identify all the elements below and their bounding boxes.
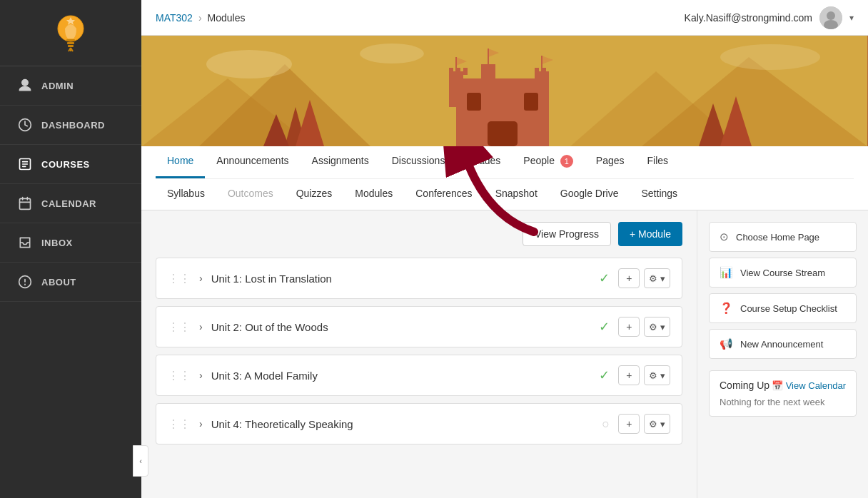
checklist-icon: ❓	[720, 302, 733, 315]
tab-conferences[interactable]: Conferences	[404, 179, 483, 210]
tab-google-drive[interactable]: Google Drive	[549, 179, 630, 210]
module-gear-button[interactable]: ⚙ ▾	[644, 365, 670, 385]
module-title: Unit 1: Lost in Translation	[211, 273, 591, 285]
expand-arrow-icon[interactable]: ›	[199, 321, 203, 332]
table-row: ⋮⋮ › Unit 4: Theoretically Speaking ○ + …	[156, 403, 682, 444]
module-add-button[interactable]: +	[618, 317, 640, 337]
coming-up-section: Coming Up 📅 View Calendar Nothing for th…	[709, 370, 857, 417]
view-calendar-link[interactable]: 📅 View Calendar	[772, 380, 846, 391]
tab-quizzes[interactable]: Quizzes	[285, 179, 344, 210]
courses-icon	[17, 156, 33, 172]
module-add-button[interactable]: +	[618, 414, 640, 434]
svg-point-13	[827, 11, 835, 20]
expand-arrow-icon[interactable]: ›	[199, 418, 203, 430]
course-setup-checklist-button[interactable]: ❓ Course Setup Checklist	[709, 293, 857, 323]
tab-snapshot[interactable]: Snapshot	[484, 179, 549, 210]
new-announcement-button[interactable]: 📢 New Announcement	[709, 329, 857, 359]
tab-grades[interactable]: Grades	[456, 146, 512, 178]
drag-handle-icon[interactable]: ⋮⋮	[168, 272, 191, 285]
svg-rect-38	[488, 121, 518, 146]
course-nav: Home Announcements Assignments Discussio…	[141, 146, 868, 210]
expand-arrow-icon[interactable]: ›	[199, 370, 203, 381]
breadcrumb: MAT302 › Modules	[156, 12, 245, 24]
module-actions: + ⚙ ▾	[618, 414, 670, 434]
module-actions: + ⚙ ▾	[618, 317, 670, 337]
people-badge: 1	[560, 155, 573, 168]
right-sidebar: ⊙ Choose Home Page 📊 View Course Stream …	[697, 210, 868, 498]
tab-files[interactable]: Files	[636, 146, 680, 178]
tab-pages[interactable]: Pages	[585, 146, 636, 178]
sidebar-item-courses-label: COURSES	[41, 159, 90, 170]
module-gear-button[interactable]: ⚙ ▾	[644, 268, 670, 288]
choose-home-page-button[interactable]: ⊙ Choose Home Page	[709, 222, 857, 252]
sidebar-item-about[interactable]: ABOUT	[0, 263, 141, 302]
sidebar-item-courses[interactable]: COURSES	[0, 145, 141, 184]
sidebar-item-dashboard[interactable]: DASHBOARD	[0, 106, 141, 145]
coming-up-title: Coming Up	[720, 380, 769, 391]
tab-outcomes[interactable]: Outcomes	[216, 179, 285, 210]
modules-section: View Progress + Module ⋮⋮ › Unit 1: Lost…	[141, 210, 697, 498]
hero-banner	[141, 36, 868, 146]
view-stream-label: View Course Stream	[740, 268, 825, 278]
sidebar-item-inbox[interactable]: INBOX	[0, 223, 141, 263]
svg-point-45	[360, 44, 424, 63]
modules-toolbar: View Progress + Module	[156, 222, 682, 246]
view-course-stream-button[interactable]: 📊 View Course Stream	[709, 258, 857, 288]
drag-handle-icon[interactable]: ⋮⋮	[168, 369, 191, 382]
app-logo	[52, 13, 89, 56]
calendar-small-icon: 📅	[772, 380, 783, 391]
module-gear-button[interactable]: ⚙ ▾	[644, 414, 670, 434]
tab-settings[interactable]: Settings	[630, 179, 690, 210]
sidebar-item-inbox-label: INBOX	[41, 238, 73, 248]
module-add-button[interactable]: +	[618, 365, 640, 385]
module-actions: + ⚙ ▾	[618, 365, 670, 385]
stream-icon: 📊	[720, 266, 733, 279]
drag-handle-icon[interactable]: ⋮⋮	[168, 320, 191, 334]
tab-discussions[interactable]: Discussions	[380, 146, 457, 178]
tab-announcements[interactable]: Announcements	[205, 146, 300, 178]
tab-people-label: People	[523, 155, 555, 166]
svg-rect-29	[463, 68, 468, 75]
add-module-button[interactable]: + Module	[618, 222, 682, 246]
tab-home[interactable]: Home	[156, 146, 205, 178]
sidebar-item-calendar[interactable]: CALENDAR	[0, 184, 141, 223]
svg-rect-39	[467, 93, 481, 111]
tab-people[interactable]: People 1	[512, 146, 584, 178]
user-menu-chevron[interactable]: ▾	[849, 13, 854, 23]
expand-arrow-icon[interactable]: ›	[199, 273, 203, 284]
module-gear-button[interactable]: ⚙ ▾	[644, 317, 670, 337]
view-progress-button[interactable]: View Progress	[523, 222, 611, 246]
module-status-icon: ✓	[599, 270, 610, 286]
module-status-icon: ✓	[599, 319, 610, 335]
svg-rect-26	[481, 64, 495, 93]
drag-handle-icon[interactable]: ⋮⋮	[168, 417, 191, 431]
announcement-icon: 📢	[720, 337, 733, 350]
sidebar: ADMIN DASHBOARD COURSES CALENDAR INBOX	[0, 0, 141, 498]
svg-point-43	[206, 50, 292, 78]
logo-area	[0, 0, 141, 66]
module-title: Unit 3: A Model Family	[211, 370, 591, 382]
sidebar-nav: ADMIN DASHBOARD COURSES CALENDAR INBOX	[0, 66, 141, 498]
svg-rect-40	[524, 93, 538, 111]
tab-syllabus[interactable]: Syllabus	[156, 179, 216, 210]
coming-up-header: Coming Up 📅 View Calendar	[720, 380, 846, 391]
svg-rect-2	[66, 39, 75, 41]
breadcrumb-course[interactable]: MAT302	[156, 12, 193, 24]
user-menu[interactable]: Kaly.Nasiff@strongmind.com ▾	[685, 6, 854, 29]
module-status-icon: ✓	[599, 367, 610, 383]
tabs-row-1: Home Announcements Assignments Discussio…	[156, 146, 854, 178]
table-row: ⋮⋮ › Unit 1: Lost in Translation ✓ + ⚙ ▾	[156, 258, 682, 299]
svg-rect-30	[535, 68, 539, 75]
sidebar-item-dashboard-label: DASHBOARD	[41, 120, 105, 131]
module-add-button[interactable]: +	[618, 268, 640, 288]
tab-modules[interactable]: Modules	[343, 179, 404, 210]
svg-rect-24	[449, 71, 463, 107]
content-area: View Progress + Module ⋮⋮ › Unit 1: Lost…	[141, 210, 868, 498]
avatar-icon	[819, 6, 842, 29]
module-status-icon: ○	[602, 417, 610, 432]
collapse-sidebar-button[interactable]: ‹	[133, 445, 148, 477]
main-content: MAT302 › Modules Kaly.Nasiff@strongmind.…	[141, 0, 868, 498]
tab-assignments[interactable]: Assignments	[301, 146, 380, 178]
user-email: Kaly.Nasiff@strongmind.com	[685, 12, 812, 24]
sidebar-item-admin[interactable]: ADMIN	[0, 66, 141, 106]
